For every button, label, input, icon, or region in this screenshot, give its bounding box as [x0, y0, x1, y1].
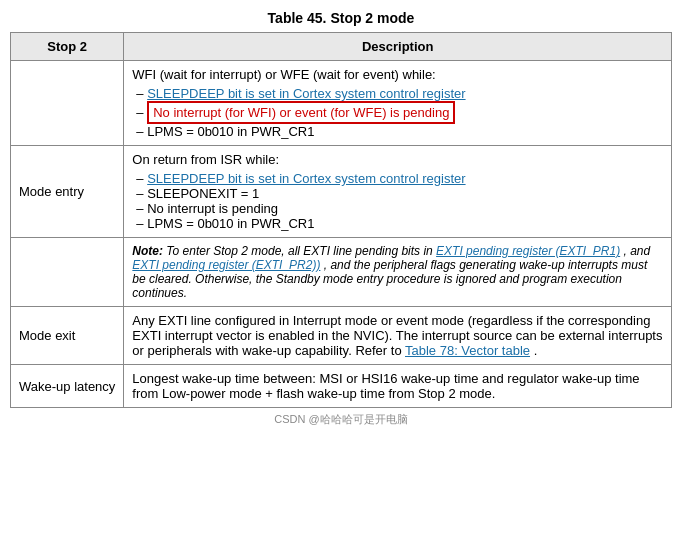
no-interrupt-highlight: No interrupt (for WFI) or event (for WFE…: [147, 101, 455, 124]
table-row: Wake-up latency Longest wake-up time bet…: [11, 365, 672, 408]
isr-item-2: – SLEEPONEXIT = 1: [132, 186, 663, 201]
row-label-mode-entry: Mode entry: [11, 146, 124, 238]
isr-item-1: – SLEEPDEEP bit is set in Cortex system …: [132, 171, 663, 186]
row-label-empty1: [11, 61, 124, 146]
sleepdeep-link-1[interactable]: SLEEPDEEP bit is set in Cortex system co…: [147, 86, 465, 101]
isr-item-3: – No interrupt is pending: [132, 201, 663, 216]
mode-exit-text-1: Any EXTI line configured in Interrupt mo…: [132, 313, 662, 358]
row-content-note: Note: To enter Stop 2 mode, all EXTI lin…: [124, 238, 672, 307]
sleepdeep-link-2[interactable]: SLEEPDEEP bit is set in Cortex system co…: [147, 171, 465, 186]
table-row: Mode entry On return from ISR while: – S…: [11, 146, 672, 238]
row-content-mode-exit: Any EXTI line configured in Interrupt mo…: [124, 307, 672, 365]
isr-intro: On return from ISR while:: [132, 152, 663, 167]
isr-item-4: – LPMS = 0b010 in PWR_CR1: [132, 216, 663, 231]
row-label-note: [11, 238, 124, 307]
wfi-item-3: – LPMS = 0b010 in PWR_CR1: [132, 124, 663, 139]
row-content-isr: On return from ISR while: – SLEEPDEEP bi…: [124, 146, 672, 238]
col-header-description: Description: [124, 33, 672, 61]
wfi-item-2: – No interrupt (for WFI) or event (for W…: [132, 101, 663, 124]
table-title: Table 45. Stop 2 mode: [10, 10, 672, 26]
watermark: CSDN @哈哈哈可是开电脑: [10, 412, 672, 427]
main-table: Stop 2 Description WFI (wait for interru…: [10, 32, 672, 408]
row-content-wakeup: Longest wake-up time between: MSI or HSI…: [124, 365, 672, 408]
note-text-1: To enter Stop 2 mode, all EXTI line pend…: [166, 244, 436, 258]
note-text-2: , and: [624, 244, 651, 258]
table-row: WFI (wait for interrupt) or WFE (wait fo…: [11, 61, 672, 146]
row-label-mode-exit: Mode exit: [11, 307, 124, 365]
table-row: Note: To enter Stop 2 mode, all EXTI lin…: [11, 238, 672, 307]
wfi-intro: WFI (wait for interrupt) or WFE (wait fo…: [132, 67, 663, 82]
note-label: Note:: [132, 244, 163, 258]
row-content-wfi: WFI (wait for interrupt) or WFE (wait fo…: [124, 61, 672, 146]
row-label-wakeup: Wake-up latency: [11, 365, 124, 408]
exti-pr2-link[interactable]: EXTI pending register (EXTI_PR2)): [132, 258, 320, 272]
wakeup-text: Longest wake-up time between: MSI or HSI…: [132, 371, 639, 401]
col-header-stop2: Stop 2: [11, 33, 124, 61]
wfi-item-1: – SLEEPDEEP bit is set in Cortex system …: [132, 86, 663, 101]
exti-pr1-link[interactable]: EXTI pending register (EXTI_PR1): [436, 244, 620, 258]
vector-table-link[interactable]: Table 78: Vector table: [405, 343, 530, 358]
mode-exit-text-2: .: [534, 343, 538, 358]
table-row: Mode exit Any EXTI line configured in In…: [11, 307, 672, 365]
